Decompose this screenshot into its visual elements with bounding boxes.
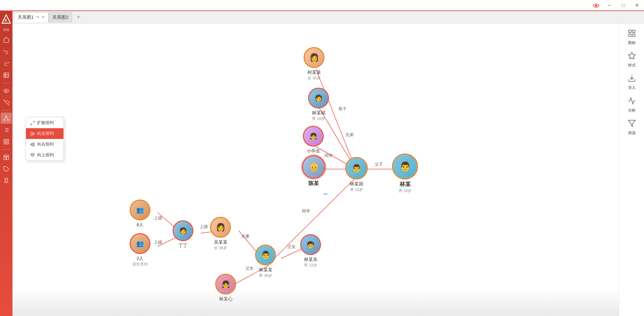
node-ding[interactable]: 🧑 丁丁 bbox=[173, 220, 193, 249]
node-label-wumou: 吴某某 bbox=[214, 239, 227, 245]
edge-label-shangji2: 上级 bbox=[154, 216, 162, 220]
filter-panel-icon bbox=[628, 119, 636, 129]
edge-label-tongxue1: 同学 bbox=[324, 153, 333, 158]
svg-rect-45 bbox=[32, 132, 34, 135]
node-linmouxin[interactable]: 👧 林某心 bbox=[215, 274, 236, 302]
node-label-linmoubin: 林某斌 bbox=[312, 110, 325, 116]
node-xiaoxuesheng[interactable]: 👧 小学生 bbox=[303, 126, 324, 154]
close-button[interactable]: ✕ bbox=[630, 0, 644, 11]
node-linmoubin[interactable]: 🧑 林某斌 男 18岁 bbox=[308, 88, 329, 121]
sidebar-item-redo[interactable] bbox=[1, 58, 12, 69]
sidebar-item-eye[interactable] bbox=[1, 97, 12, 108]
right-panel-filter-label: 筛选 bbox=[628, 130, 636, 135]
svg-line-42 bbox=[33, 121, 34, 122]
node-8ren[interactable]: 👥 8人 bbox=[130, 200, 150, 228]
node-kemou[interactable]: 👩 柯某某 女 30岁 bbox=[304, 47, 324, 81]
svg-rect-54 bbox=[629, 34, 631, 36]
sidebar-item-table[interactable] bbox=[1, 70, 12, 81]
node-linmoumou[interactable]: 👨 林某某 男 39岁 bbox=[255, 245, 276, 278]
node-sublabel-linmoudong: 男 12岁 bbox=[304, 263, 317, 268]
sidebar-divider-1 bbox=[2, 83, 10, 83]
svg-line-43 bbox=[31, 123, 32, 125]
svg-rect-24 bbox=[7, 142, 9, 144]
sidebar-item-list[interactable] bbox=[1, 124, 12, 135]
edge-label-funv1: 父女 bbox=[287, 244, 296, 249]
svg-rect-49 bbox=[31, 144, 31, 145]
node-label-linmouguo: 林某国 bbox=[350, 181, 363, 187]
node-circle-linmouguo: 👨 bbox=[345, 157, 368, 179]
context-menu-left[interactable]: 向左排列 bbox=[26, 128, 63, 139]
title-bar: ─ □ ✕ bbox=[0, 0, 644, 11]
right-panel-filter[interactable]: 筛选 bbox=[621, 116, 642, 138]
right-panel-analyze[interactable]: 分析 bbox=[621, 94, 642, 116]
svg-point-11 bbox=[4, 120, 5, 121]
node-label-ding: 丁丁 bbox=[179, 243, 188, 249]
sidebar-item-undo[interactable] bbox=[1, 46, 12, 57]
svg-point-1 bbox=[595, 5, 597, 7]
node-linmou[interactable]: 👨 林某 男 33岁 bbox=[392, 153, 418, 193]
node-label-kemou: 柯某某 bbox=[307, 69, 321, 76]
node-chenmou[interactable]: 👴 陈某 bbox=[302, 155, 325, 188]
svg-point-10 bbox=[6, 116, 7, 117]
edge-label-funv2: 父女 bbox=[245, 266, 254, 271]
svg-line-14 bbox=[6, 117, 8, 120]
svg-rect-27 bbox=[7, 157, 9, 160]
graph-edges-svg: 母子 兄弟 同学 父子 同学 夫妻 上级 上级 上级 父女 父女 bbox=[12, 24, 644, 316]
tab-1[interactable]: 关系图1 ✏ ✕ bbox=[14, 12, 49, 23]
node-circle-chenmou: 👴 bbox=[302, 155, 325, 179]
context-menu-up[interactable]: 向上排列 bbox=[26, 150, 63, 160]
node-sublabel-wumou: 女 34岁 bbox=[214, 245, 227, 251]
edge-label-muzi: 母子 bbox=[338, 106, 347, 111]
node-label-8ren: 8人 bbox=[137, 222, 143, 228]
sidebar-item-grid[interactable] bbox=[1, 136, 12, 147]
edge-label-xiongdi: 兄弟 bbox=[345, 132, 354, 137]
tab-1-label: 关系图1 bbox=[18, 14, 34, 20]
tab-2[interactable]: 关系图2 bbox=[49, 12, 72, 23]
minimize-button[interactable]: ─ bbox=[602, 0, 616, 11]
sidebar-item-network[interactable] bbox=[1, 113, 12, 124]
node-sublabel-linmou: 男 33岁 bbox=[399, 188, 411, 193]
right-panel: 图标 样式 导入 分析 筛选 bbox=[619, 24, 644, 316]
node-label-2ren: 2人 bbox=[137, 255, 143, 262]
sidebar-item-tag[interactable] bbox=[1, 164, 12, 175]
app-logo: X bbox=[1, 14, 11, 24]
sidebar-item-pin[interactable] bbox=[1, 175, 12, 186]
graph-canvas[interactable]: 母子 兄弟 同学 父子 同学 夫妻 上级 上级 上级 父女 父女 👩 柯某某 女… bbox=[12, 24, 644, 316]
svg-rect-21 bbox=[4, 139, 6, 141]
context-menu-expand[interactable]: 扩散排列 bbox=[26, 117, 63, 128]
tab-add-button[interactable]: + bbox=[73, 12, 83, 22]
svg-rect-47 bbox=[33, 142, 35, 146]
node-linmouguo[interactable]: 👨 林某国 男 12岁 bbox=[345, 157, 368, 192]
tab-1-close-icon[interactable]: ✕ bbox=[42, 15, 45, 19]
node-label-xiaoxuesheng: 小学生 bbox=[307, 148, 320, 154]
context-menu-expand-label: 扩散排列 bbox=[37, 120, 54, 126]
node-circle-linmoumou: 👨 bbox=[255, 245, 276, 265]
node-circle-linmoudong: 🧒 bbox=[300, 234, 321, 255]
sidebar-item-view[interactable] bbox=[1, 85, 12, 96]
import-panel-icon bbox=[628, 74, 636, 84]
node-label-linmoudong: 林某东 bbox=[304, 256, 317, 263]
context-menu-up-label: 向上排列 bbox=[37, 152, 54, 158]
right-panel-style[interactable]: 样式 bbox=[621, 49, 642, 71]
eye-icon[interactable] bbox=[593, 2, 600, 10]
node-linmoudong[interactable]: 🧒 林某东 男 12岁 bbox=[300, 234, 321, 268]
right-panel-icon-label: 图标 bbox=[628, 40, 636, 45]
svg-text:X: X bbox=[5, 18, 7, 23]
tab-1-edit-icon[interactable]: ✏ bbox=[36, 15, 40, 19]
maximize-button[interactable]: □ bbox=[616, 0, 630, 11]
svg-rect-23 bbox=[4, 142, 6, 144]
sidebar-item-layout[interactable] bbox=[1, 152, 12, 163]
sidebar-item-home[interactable] bbox=[1, 34, 12, 45]
window-controls: ─ □ ✕ bbox=[602, 0, 644, 10]
node-2ren[interactable]: 👥 2人 居住贵州 bbox=[130, 233, 150, 267]
context-menu-right[interactable]: 向右排列 bbox=[26, 139, 63, 150]
svg-rect-44 bbox=[31, 132, 32, 135]
svg-point-12 bbox=[8, 120, 9, 121]
context-menu-right-label: 向右排列 bbox=[37, 141, 54, 147]
node-wumou[interactable]: 👩 吴某某 女 34岁 bbox=[210, 217, 231, 251]
bottom-fade bbox=[12, 288, 644, 316]
right-panel-import[interactable]: 导入 bbox=[621, 71, 642, 93]
right-panel-icon[interactable]: 图标 bbox=[621, 26, 642, 48]
app-name: 排链 bbox=[3, 28, 9, 32]
edge-label-shangji1: 上级 bbox=[200, 224, 208, 229]
